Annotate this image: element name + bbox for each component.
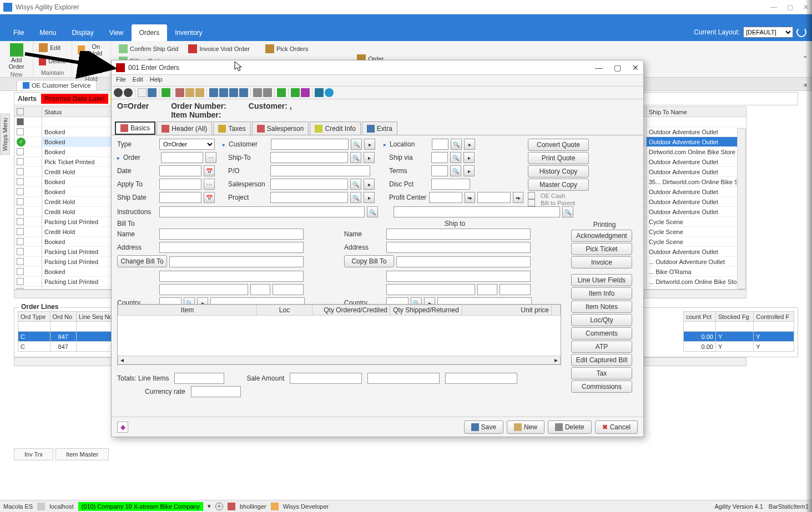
row-checkbox[interactable] — [17, 268, 24, 275]
new-icon[interactable] — [138, 88, 147, 97]
copy-bill-to-button[interactable]: Copy Bill To — [344, 255, 394, 267]
row-checkbox[interactable] — [17, 208, 24, 215]
menu-file[interactable]: File — [6, 24, 32, 41]
ship-zip-input[interactable] — [500, 284, 531, 295]
footer-palette-icon[interactable]: ◆ — [117, 422, 128, 433]
bill-state-input[interactable] — [250, 284, 270, 295]
row-checkbox[interactable] — [17, 128, 24, 135]
filter-checkbox[interactable] — [17, 118, 24, 125]
shipto-go-icon[interactable]: ▸ — [364, 152, 375, 163]
ship-to-grid[interactable]: Ship To Name Outdoor Adventure OutletOut… — [646, 107, 746, 290]
profit1-input[interactable] — [429, 192, 462, 203]
table-row[interactable]: Outdoor Adventure Outlet — [647, 137, 746, 147]
line-user-fields-button[interactable]: Line User Fields — [571, 274, 632, 286]
layout-select[interactable]: [DEFAULT] — [743, 27, 793, 38]
row-checkbox[interactable] — [17, 178, 24, 185]
row-checkbox[interactable] — [17, 148, 24, 155]
cancel-button[interactable]: ✖Cancel — [595, 420, 638, 434]
ship-addr1-input[interactable] — [386, 242, 531, 253]
undo-icon[interactable] — [162, 88, 170, 97]
edit-captured-bill-button[interactable]: Edit Captured Bill — [571, 354, 632, 366]
bill-zip-input[interactable] — [273, 284, 304, 295]
comments-button[interactable]: Comments — [571, 327, 632, 339]
add-company-icon[interactable]: + — [215, 503, 223, 510]
table-row[interactable]: Outdoor Adventure Outlet — [647, 247, 746, 257]
delete-button[interactable]: Delete — [37, 55, 68, 67]
location-input[interactable] — [432, 139, 448, 150]
order-lookup-icon[interactable]: ⋯ — [205, 152, 216, 163]
project-go-icon[interactable]: ▸ — [364, 192, 375, 203]
menu-orders[interactable]: Orders — [132, 24, 168, 41]
add-order-button[interactable]: Add Order — [3, 42, 29, 71]
footer-delete-button[interactable]: Delete — [548, 420, 592, 434]
table-row[interactable]: Outdoor Adventure Outlet — [647, 127, 746, 137]
tax-button[interactable]: Tax — [571, 367, 632, 379]
pick-ticket-button[interactable]: Pick Ticket — [571, 243, 632, 255]
table-row[interactable]: Outdoor Adventure Outlet — [647, 157, 746, 167]
project-search-icon[interactable]: 🔍 — [350, 192, 361, 203]
ship-name-input[interactable] — [386, 229, 531, 240]
paste-icon[interactable] — [195, 88, 204, 97]
shipvia-go-icon[interactable]: ▸ — [463, 152, 475, 163]
maximize-icon[interactable]: ▢ — [787, 3, 793, 11]
chart-icon[interactable] — [291, 88, 300, 97]
tab-item-master[interactable]: Item Master — [56, 448, 109, 460]
copy-icon[interactable] — [185, 88, 194, 97]
loc-qty-button[interactable]: Loc/Qty — [571, 314, 632, 326]
instructions2-search-icon[interactable]: 🔍 — [562, 206, 573, 217]
minimize-icon[interactable]: — — [770, 3, 777, 11]
tab-extra[interactable]: Extra — [362, 121, 397, 135]
shipto-input[interactable] — [270, 152, 348, 163]
instructions2-input[interactable] — [394, 206, 560, 217]
row-checkbox[interactable] — [17, 168, 24, 175]
check-icon[interactable] — [277, 88, 286, 97]
save-icon[interactable] — [148, 88, 157, 97]
row-checkbox[interactable] — [17, 198, 24, 205]
salesperson-search-icon[interactable]: 🔍 — [350, 179, 361, 190]
history-copy-button[interactable]: History Copy — [528, 165, 589, 178]
next-icon[interactable] — [229, 88, 238, 97]
po-input[interactable] — [270, 165, 370, 176]
table-row[interactable]: Outdoor Adventure Outlet — [647, 197, 746, 207]
table-row[interactable]: ... Bike O'Rama — [647, 267, 746, 277]
ship-addr3-input[interactable] — [386, 271, 531, 282]
order-lines-grid-left[interactable]: Ord TypeOrd NoLine Seq No C847 C847 — [18, 311, 118, 352]
table-row[interactable]: Outdoor Adventure Outlet — [647, 207, 746, 217]
terms-input[interactable] — [431, 165, 448, 176]
project-input[interactable] — [270, 192, 348, 203]
date-picker-icon[interactable]: 📅 — [204, 165, 215, 176]
ship-addr2-input[interactable] — [396, 256, 531, 267]
row-checkbox[interactable] — [17, 288, 24, 290]
table-row[interactable]: Cycle Scene — [647, 237, 746, 247]
table-row[interactable]: Cycle Scene — [647, 287, 746, 290]
applyto-lookup-icon[interactable]: ⋯ — [204, 179, 215, 190]
shipvia-input[interactable] — [431, 152, 448, 163]
profit2-lookup-icon[interactable]: ▪▸ — [513, 192, 523, 203]
salesperson-input[interactable] — [270, 179, 348, 190]
itemgrid-hscroll[interactable]: ◂▸ — [118, 356, 561, 364]
print-quote-button[interactable]: Print Quote — [528, 152, 589, 164]
ship-state-input[interactable] — [477, 284, 497, 295]
instructions1-input[interactable] — [159, 206, 365, 217]
line-items-grid[interactable]: Item Loc Qty Ordered/Credited Qty Shippe… — [117, 304, 561, 365]
table-row[interactable]: 35... Dirtworld.com Online Bike Store — [647, 177, 746, 187]
bill-addr3-input[interactable] — [159, 271, 304, 282]
row-checkbox[interactable] — [17, 238, 24, 245]
tab-credit-info[interactable]: Credit Info — [310, 121, 360, 135]
col-shipto-header[interactable]: Ship To Name — [647, 107, 746, 117]
dialog-close-icon[interactable]: ✕ — [632, 63, 639, 72]
master-copy-button[interactable]: Master Copy — [528, 179, 589, 191]
bill-addr2-input[interactable] — [169, 256, 304, 267]
tab-inv-trx[interactable]: Inv Trx — [14, 448, 53, 460]
table-row[interactable]: Cycle Scene — [647, 227, 746, 237]
table-row[interactable]: Outdoor Adventure Outlet — [647, 167, 746, 177]
tab-salesperson[interactable]: Salesperson — [252, 121, 309, 135]
discpct-input[interactable] — [431, 179, 470, 190]
sale-amount-input[interactable] — [290, 373, 362, 384]
bill-city-input[interactable] — [159, 284, 248, 295]
customer-search-icon[interactable]: 🔍 — [351, 139, 362, 150]
sale-amount2-input[interactable] — [367, 373, 440, 384]
item-info-button[interactable]: Item Info — [571, 287, 632, 300]
menu-inventory[interactable]: Inventory — [167, 24, 210, 41]
applyto-input[interactable] — [159, 179, 201, 190]
